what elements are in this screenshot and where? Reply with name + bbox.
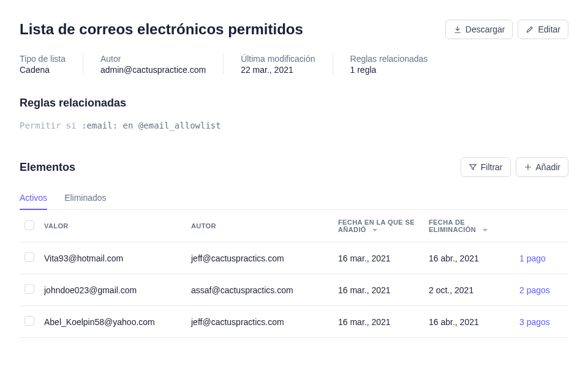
filter-label: Filtrar bbox=[481, 162, 503, 172]
rules-value: 1 regla bbox=[350, 65, 428, 75]
cell-added: 16 mar., 2021 bbox=[333, 306, 424, 338]
download-icon bbox=[453, 25, 462, 34]
modified-label: Última modificación bbox=[241, 54, 315, 64]
cell-added: 16 mar., 2021 bbox=[333, 242, 424, 274]
edit-button[interactable]: Editar bbox=[518, 20, 568, 39]
payments-link[interactable]: 1 pago bbox=[519, 253, 546, 263]
add-label: Añadir bbox=[536, 162, 560, 172]
col-autor: AUTOR bbox=[186, 210, 333, 242]
cell-added: 16 mar., 2021 bbox=[333, 274, 424, 306]
download-button[interactable]: Descargar bbox=[445, 20, 513, 39]
elements-table: VALOR AUTOR FECHA EN LA QUE SE AÑADIÓ FE… bbox=[20, 210, 568, 338]
rule-keyword: Permitir si bbox=[20, 121, 81, 130]
col-added[interactable]: FECHA EN LA QUE SE AÑADIÓ bbox=[333, 210, 424, 242]
cell-autor: jeff@cactuspractics.com bbox=[186, 242, 333, 274]
pencil-icon bbox=[526, 25, 534, 34]
sort-desc-icon bbox=[372, 227, 378, 233]
modified-value: 22 mar., 2021 bbox=[241, 65, 315, 75]
meta-row: Tipo de lista Cadena Autor admin@cactusp… bbox=[20, 54, 568, 75]
cell-removed: 16 abr., 2021 bbox=[424, 242, 514, 274]
cell-valor: johndoe023@gmail.com bbox=[39, 274, 186, 306]
related-rules-title: Reglas relacionadas bbox=[20, 97, 568, 110]
filter-icon bbox=[469, 163, 477, 171]
tab-active[interactable]: Activos bbox=[20, 187, 47, 210]
cell-removed: 2 oct., 2021 bbox=[424, 274, 514, 306]
author-value: admin@cactuspractice.com bbox=[100, 65, 206, 75]
rule-code: Permitir si :email: en @email_allowlist bbox=[20, 121, 568, 130]
filter-button[interactable]: Filtrar bbox=[461, 157, 511, 177]
row-checkbox[interactable] bbox=[24, 284, 34, 294]
table-row: Vita93@hotmail.comjeff@cactuspractics.co… bbox=[20, 242, 568, 274]
cell-valor: Abel_Koelpin58@yahoo.com bbox=[39, 306, 186, 338]
author-label: Autor bbox=[100, 54, 206, 64]
col-removed[interactable]: FECHA DE ELIMINACIÓN bbox=[424, 210, 514, 242]
download-label: Descargar bbox=[466, 24, 505, 34]
row-checkbox[interactable] bbox=[24, 252, 34, 262]
edit-label: Editar bbox=[538, 24, 560, 34]
sort-desc-icon bbox=[482, 227, 488, 233]
row-checkbox[interactable] bbox=[24, 316, 34, 326]
payments-link[interactable]: 2 pagos bbox=[519, 285, 550, 295]
plus-icon bbox=[524, 163, 532, 171]
table-row: Abel_Koelpin58@yahoo.comjeff@cactuspract… bbox=[20, 306, 568, 338]
page-title: Lista de correos electrónicos permitidos bbox=[20, 21, 303, 38]
tab-removed[interactable]: Eliminados bbox=[64, 187, 106, 210]
list-type-value: Cadena bbox=[20, 65, 66, 75]
payments-link[interactable]: 3 pagos bbox=[519, 317, 550, 327]
rules-label: Reglas relacionadas bbox=[350, 54, 428, 64]
col-valor: VALOR bbox=[39, 210, 186, 242]
cell-autor: jeff@cactuspractics.com bbox=[186, 306, 333, 338]
table-row: johndoe023@gmail.comassaf@cactuspractics… bbox=[20, 274, 568, 306]
add-button[interactable]: Añadir bbox=[516, 157, 568, 177]
cell-autor: assaf@cactuspractics.com bbox=[186, 274, 333, 306]
elements-title: Elementos bbox=[20, 161, 75, 174]
cell-removed: 16 abr., 2021 bbox=[424, 306, 514, 338]
list-type-label: Tipo de lista bbox=[20, 54, 66, 64]
cell-valor: Vita93@hotmail.com bbox=[39, 242, 186, 274]
col-removed-label: FECHA DE ELIMINACIÓN bbox=[429, 219, 476, 233]
select-all-checkbox[interactable] bbox=[24, 220, 34, 230]
rule-body: :email: en @email_allowlist bbox=[81, 121, 221, 130]
